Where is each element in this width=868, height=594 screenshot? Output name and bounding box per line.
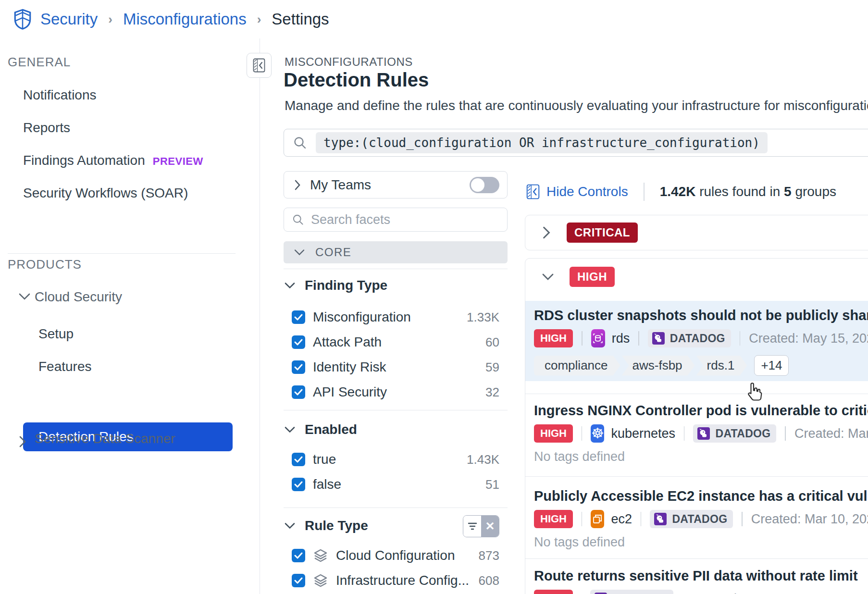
collapse-panel-icon — [253, 58, 265, 73]
checkbox-checked[interactable] — [292, 360, 305, 374]
facet-option-api-security[interactable]: API Security 32 — [292, 382, 499, 403]
chevron-down-icon — [294, 249, 305, 256]
group-header-high[interactable]: HIGH — [525, 259, 868, 295]
layers-icon — [313, 548, 328, 563]
checkbox-checked[interactable] — [292, 310, 305, 324]
facet-title: Enabled — [305, 422, 357, 437]
facet-option-true[interactable]: true 1.43K — [292, 449, 499, 470]
facet-option-count: 1.43K — [467, 452, 499, 467]
sidebar-item-notifications[interactable]: Notifications — [23, 87, 97, 103]
security-shield-icon — [13, 9, 32, 30]
tag[interactable]: aws-fsbp — [622, 356, 695, 376]
tag[interactable]: rds.1 — [696, 356, 747, 376]
integration-name: ec2 — [611, 512, 632, 527]
checkbox-checked[interactable] — [292, 549, 305, 562]
divider — [740, 331, 741, 346]
checkbox-checked[interactable] — [292, 385, 305, 399]
created-date: Created: Mar 10, 2025 — [751, 512, 868, 527]
rule-row-rds-snapshots[interactable]: RDS cluster snapshots should not be publ… — [525, 301, 868, 381]
sidebar-item-security-workflows[interactable]: Security Workflows (SOAR) — [23, 186, 188, 201]
sidebar-item-label: Findings Automation — [23, 153, 145, 168]
facet-finding-type-header[interactable]: Finding Type — [285, 278, 387, 293]
rule-title[interactable]: RDS cluster snapshots should not be publ… — [534, 308, 868, 323]
rules-search-bar[interactable]: type:(cloud_configuration OR infrastruct… — [284, 129, 868, 157]
integration-name: rds — [612, 331, 630, 346]
sidebar-item-reports[interactable]: Reports — [23, 120, 70, 136]
facet-title: Rule Type — [305, 518, 368, 533]
datadog-icon — [594, 592, 608, 594]
chevron-down-icon — [285, 282, 295, 289]
breadcrumb-separator: › — [106, 12, 114, 27]
my-teams-toggle[interactable] — [470, 177, 499, 193]
checkbox-checked[interactable] — [292, 335, 305, 349]
sidebar-item-cloud-security[interactable]: Cloud Security — [35, 289, 122, 305]
divider — [644, 183, 645, 201]
groups-text: groups — [792, 184, 836, 199]
divider — [684, 426, 684, 441]
divider — [525, 558, 868, 559]
facet-group-core[interactable]: CORE — [284, 241, 508, 263]
sidebar-divider — [8, 253, 236, 254]
my-teams-filter[interactable]: My Teams — [284, 171, 508, 198]
facet-rule-type-header[interactable]: Rule Type ✕ — [285, 518, 368, 533]
clear-filter-button[interactable]: ✕ — [481, 516, 499, 537]
facet-option-count: 60 — [485, 335, 499, 350]
page-description: Manage and define the rules that are con… — [285, 98, 868, 113]
tag[interactable]: compliance — [534, 356, 620, 376]
facet-option-infrastructure-configuration[interactable]: Infrastructure Config... 608 — [292, 570, 499, 591]
page-title: Detection Rules — [284, 69, 429, 91]
sidebar-item-setup[interactable]: Setup — [38, 326, 74, 342]
collapse-panel-icon — [526, 184, 540, 199]
sidebar-item-features[interactable]: Features — [38, 359, 92, 374]
filter-icon-button[interactable] — [463, 516, 481, 537]
group-card-critical: CRITICAL — [525, 215, 868, 250]
checkbox-checked[interactable] — [292, 453, 305, 466]
divider — [525, 476, 868, 477]
facet-option-false[interactable]: false 51 — [292, 474, 499, 495]
rule-row-pii-rate-limit[interactable]: Route returns sensitive PII data without… — [525, 566, 868, 594]
facet-option-cloud-configuration[interactable]: Cloud Configuration 873 — [292, 545, 499, 566]
no-tags-label: No tags defined — [534, 535, 868, 550]
divider — [284, 507, 508, 508]
divider — [582, 426, 582, 441]
rule-title[interactable]: Publicly Accessible EC2 instance has a c… — [534, 488, 868, 504]
divider — [785, 426, 785, 441]
breadcrumb-security[interactable]: Security — [40, 10, 98, 28]
facet-enabled-header[interactable]: Enabled — [285, 422, 357, 437]
rule-row-ingress-nginx[interactable]: Ingress NGINX Controller pod is vulnerab… — [525, 401, 868, 464]
rule-row-ec2-vulnerability[interactable]: Publicly Accessible EC2 instance has a c… — [525, 486, 868, 550]
group-header-critical[interactable]: CRITICAL — [525, 215, 868, 250]
chevron-down-icon[interactable] — [18, 292, 31, 301]
hide-controls-button[interactable]: Hide Controls — [526, 184, 628, 199]
facet-option-attack-path[interactable]: Attack Path 60 — [292, 332, 499, 353]
breadcrumb-misconfigurations[interactable]: Misconfigurations — [123, 10, 247, 28]
core-label: CORE — [315, 246, 351, 259]
chevron-right-icon[interactable] — [18, 435, 27, 448]
divider — [582, 512, 582, 526]
facet-option-label: Attack Path — [313, 334, 478, 350]
source-label: DATADOG — [715, 427, 770, 440]
facet-option-count: 32 — [485, 385, 499, 400]
search-query-pill[interactable]: type:(cloud_configuration OR infrastruct… — [316, 132, 768, 153]
sidebar-item-sensitive-data-scanner[interactable]: Sensitive Data Scanner — [35, 431, 175, 446]
divider — [638, 331, 639, 346]
facet-option-identity-risk[interactable]: Identity Risk 59 — [292, 357, 499, 378]
search-facets-input[interactable]: Search facets — [284, 208, 508, 232]
severity-badge-critical: CRITICAL — [567, 223, 638, 243]
checkbox-checked[interactable] — [292, 574, 305, 587]
rule-title[interactable]: Route returns sensitive PII data without… — [534, 568, 858, 584]
rule-title[interactable]: Ingress NGINX Controller pod is vulnerab… — [534, 403, 868, 419]
more-tags-button[interactable]: +14 — [754, 355, 789, 376]
facet-option-count: 608 — [479, 573, 499, 588]
checkbox-checked[interactable] — [292, 478, 305, 491]
divider — [284, 269, 508, 269]
search-icon — [292, 213, 304, 226]
search-icon — [293, 136, 307, 150]
layers-icon — [313, 573, 328, 588]
facet-option-misconfiguration[interactable]: Misconfiguration 1.33K — [292, 307, 499, 328]
chevron-down-icon — [285, 522, 295, 529]
rule-type-filter-control: ✕ — [463, 515, 499, 537]
sidebar-item-findings-automation[interactable]: Findings AutomationPREVIEW — [23, 153, 203, 168]
severity-badge-high: HIGH — [570, 267, 615, 287]
collapse-settings-panel-button[interactable] — [247, 53, 272, 78]
